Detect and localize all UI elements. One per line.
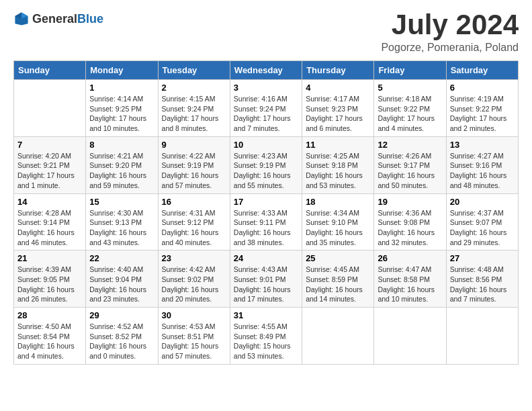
day-info: Sunrise: 4:14 AM Sunset: 9:25 PM Dayligh…	[89, 94, 154, 134]
day-info: Sunrise: 4:45 AM Sunset: 8:59 PM Dayligh…	[306, 265, 370, 304]
day-info: Sunrise: 4:43 AM Sunset: 9:01 PM Dayligh…	[234, 265, 298, 304]
day-info: Sunrise: 4:52 AM Sunset: 8:52 PM Dayligh…	[89, 322, 154, 361]
calendar-cell: 12Sunrise: 4:26 AM Sunset: 9:17 PM Dayli…	[374, 136, 446, 193]
calendar-cell: 26Sunrise: 4:47 AM Sunset: 8:58 PM Dayli…	[374, 250, 446, 308]
day-number: 25	[306, 253, 370, 263]
day-info: Sunrise: 4:47 AM Sunset: 8:58 PM Dayligh…	[378, 265, 442, 304]
calendar-cell: 29Sunrise: 4:52 AM Sunset: 8:52 PM Dayli…	[86, 308, 158, 365]
calendar-cell: 4Sunrise: 4:17 AM Sunset: 9:23 PM Daylig…	[302, 80, 374, 137]
location-subtitle: Pogorze, Pomerania, Poland	[381, 42, 519, 54]
day-info: Sunrise: 4:26 AM Sunset: 9:17 PM Dayligh…	[378, 151, 442, 191]
calendar-cell: 3Sunrise: 4:16 AM Sunset: 9:24 PM Daylig…	[230, 80, 302, 137]
day-info: Sunrise: 4:42 AM Sunset: 9:02 PM Dayligh…	[162, 265, 226, 304]
day-header-friday: Friday	[374, 61, 446, 80]
day-number: 5	[378, 83, 442, 93]
day-info: Sunrise: 4:30 AM Sunset: 9:13 PM Dayligh…	[89, 208, 154, 248]
day-info: Sunrise: 4:19 AM Sunset: 9:22 PM Dayligh…	[450, 94, 515, 134]
calendar-cell: 13Sunrise: 4:27 AM Sunset: 9:16 PM Dayli…	[446, 136, 518, 193]
day-number: 31	[234, 310, 298, 320]
logo-text: GeneralBlue	[32, 12, 103, 26]
calendar-header-row: SundayMondayTuesdayWednesdayThursdayFrid…	[14, 61, 519, 80]
title-area: July 2024 Pogorze, Pomerania, Poland	[381, 11, 519, 54]
day-info: Sunrise: 4:23 AM Sunset: 9:19 PM Dayligh…	[234, 151, 298, 191]
day-number: 20	[450, 197, 515, 207]
day-number: 28	[17, 310, 82, 320]
logo-icon	[13, 11, 30, 27]
day-number: 30	[162, 310, 226, 320]
day-info: Sunrise: 4:36 AM Sunset: 9:08 PM Dayligh…	[378, 208, 442, 248]
calendar-cell: 23Sunrise: 4:42 AM Sunset: 9:02 PM Dayli…	[158, 250, 230, 308]
month-title: July 2024	[381, 11, 519, 39]
day-info: Sunrise: 4:20 AM Sunset: 9:21 PM Dayligh…	[17, 151, 82, 191]
calendar-cell	[446, 308, 518, 365]
calendar-cell: 2Sunrise: 4:15 AM Sunset: 9:24 PM Daylig…	[158, 80, 230, 137]
calendar-cell: 6Sunrise: 4:19 AM Sunset: 9:22 PM Daylig…	[446, 80, 518, 137]
day-info: Sunrise: 4:31 AM Sunset: 9:12 PM Dayligh…	[162, 208, 226, 248]
calendar-week-5: 28Sunrise: 4:50 AM Sunset: 8:54 PM Dayli…	[14, 308, 519, 365]
calendar-cell	[302, 308, 374, 365]
day-info: Sunrise: 4:16 AM Sunset: 9:24 PM Dayligh…	[234, 94, 298, 134]
day-header-wednesday: Wednesday	[230, 61, 302, 80]
day-number: 14	[17, 197, 82, 207]
day-info: Sunrise: 4:27 AM Sunset: 9:16 PM Dayligh…	[450, 151, 515, 191]
day-number: 3	[234, 83, 298, 93]
day-info: Sunrise: 4:48 AM Sunset: 8:56 PM Dayligh…	[450, 265, 515, 304]
logo-general: General	[32, 12, 77, 26]
day-number: 23	[162, 253, 226, 263]
calendar-cell	[14, 80, 86, 137]
header: GeneralBlue July 2024 Pogorze, Pomerania…	[13, 11, 519, 54]
day-number: 15	[89, 197, 154, 207]
calendar-cell: 24Sunrise: 4:43 AM Sunset: 9:01 PM Dayli…	[230, 250, 302, 308]
calendar-cell: 9Sunrise: 4:22 AM Sunset: 9:19 PM Daylig…	[158, 136, 230, 193]
calendar-cell: 18Sunrise: 4:34 AM Sunset: 9:10 PM Dayli…	[302, 193, 374, 250]
calendar-cell: 20Sunrise: 4:37 AM Sunset: 9:07 PM Dayli…	[446, 193, 518, 250]
day-info: Sunrise: 4:33 AM Sunset: 9:11 PM Dayligh…	[234, 208, 298, 248]
day-number: 24	[234, 253, 298, 263]
day-header-sunday: Sunday	[14, 61, 86, 80]
calendar-cell: 28Sunrise: 4:50 AM Sunset: 8:54 PM Dayli…	[14, 308, 86, 365]
day-number: 17	[234, 197, 298, 207]
calendar-cell: 16Sunrise: 4:31 AM Sunset: 9:12 PM Dayli…	[158, 193, 230, 250]
calendar-cell: 5Sunrise: 4:18 AM Sunset: 9:22 PM Daylig…	[374, 80, 446, 137]
calendar-cell: 7Sunrise: 4:20 AM Sunset: 9:21 PM Daylig…	[14, 136, 86, 193]
calendar-week-3: 14Sunrise: 4:28 AM Sunset: 9:14 PM Dayli…	[14, 193, 519, 250]
day-number: 21	[17, 253, 82, 263]
day-number: 10	[234, 140, 298, 150]
day-number: 19	[378, 197, 442, 207]
day-info: Sunrise: 4:39 AM Sunset: 9:05 PM Dayligh…	[17, 265, 82, 304]
day-number: 26	[378, 253, 442, 263]
calendar-cell: 1Sunrise: 4:14 AM Sunset: 9:25 PM Daylig…	[86, 80, 158, 137]
day-info: Sunrise: 4:21 AM Sunset: 9:20 PM Dayligh…	[89, 151, 154, 191]
day-number: 18	[306, 197, 370, 207]
day-header-thursday: Thursday	[302, 61, 374, 80]
calendar-cell: 14Sunrise: 4:28 AM Sunset: 9:14 PM Dayli…	[14, 193, 86, 250]
calendar-cell: 30Sunrise: 4:53 AM Sunset: 8:51 PM Dayli…	[158, 308, 230, 365]
calendar-week-1: 1Sunrise: 4:14 AM Sunset: 9:25 PM Daylig…	[14, 80, 519, 137]
day-number: 4	[306, 83, 370, 93]
day-number: 12	[378, 140, 442, 150]
day-number: 29	[89, 310, 154, 320]
calendar-cell: 31Sunrise: 4:55 AM Sunset: 8:49 PM Dayli…	[230, 308, 302, 365]
day-number: 2	[162, 83, 226, 93]
day-number: 6	[450, 83, 515, 93]
day-info: Sunrise: 4:18 AM Sunset: 9:22 PM Dayligh…	[378, 94, 442, 134]
day-info: Sunrise: 4:55 AM Sunset: 8:49 PM Dayligh…	[234, 322, 298, 361]
calendar-cell: 11Sunrise: 4:25 AM Sunset: 9:18 PM Dayli…	[302, 136, 374, 193]
day-number: 8	[89, 140, 154, 150]
day-info: Sunrise: 4:53 AM Sunset: 8:51 PM Dayligh…	[162, 322, 226, 361]
day-number: 11	[306, 140, 370, 150]
calendar-table: SundayMondayTuesdayWednesdayThursdayFrid…	[13, 60, 519, 365]
calendar-cell: 17Sunrise: 4:33 AM Sunset: 9:11 PM Dayli…	[230, 193, 302, 250]
day-number: 9	[162, 140, 226, 150]
day-header-tuesday: Tuesday	[158, 61, 230, 80]
calendar-cell	[374, 308, 446, 365]
day-number: 27	[450, 253, 515, 263]
day-info: Sunrise: 4:17 AM Sunset: 9:23 PM Dayligh…	[306, 94, 370, 134]
day-info: Sunrise: 4:34 AM Sunset: 9:10 PM Dayligh…	[306, 208, 370, 248]
day-number: 1	[89, 83, 154, 93]
day-info: Sunrise: 4:15 AM Sunset: 9:24 PM Dayligh…	[162, 94, 226, 134]
day-header-saturday: Saturday	[446, 61, 518, 80]
day-info: Sunrise: 4:22 AM Sunset: 9:19 PM Dayligh…	[162, 151, 226, 191]
logo-blue: Blue	[77, 12, 103, 26]
day-info: Sunrise: 4:50 AM Sunset: 8:54 PM Dayligh…	[17, 322, 82, 361]
